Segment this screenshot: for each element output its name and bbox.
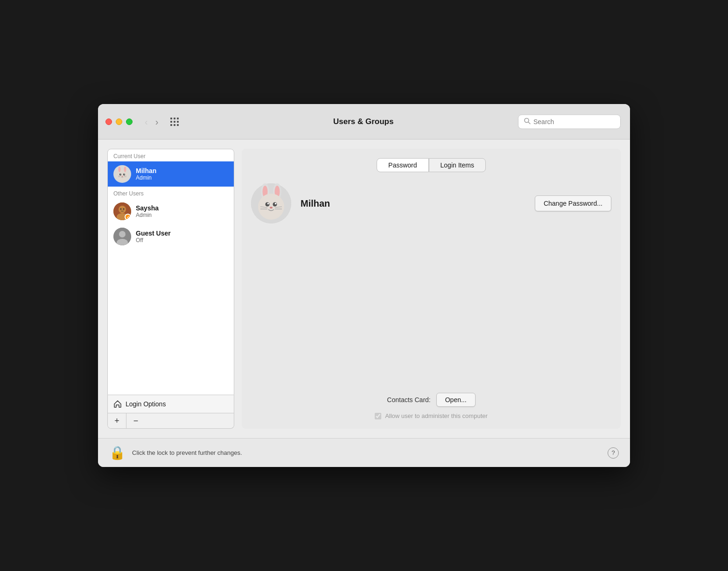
saysha-info: Saysha Admin	[136, 204, 159, 218]
tab-password[interactable]: Password	[377, 158, 428, 172]
lock-icon[interactable]: 🔒	[109, 445, 126, 460]
avatar-saysha: ✓	[113, 202, 131, 220]
tab-login-items[interactable]: Login Items	[429, 158, 486, 172]
contacts-row: Contacts Card: Open...	[251, 383, 611, 407]
svg-point-9	[120, 174, 121, 175]
sidebar: Current User	[107, 149, 234, 429]
forward-button[interactable]: ›	[153, 115, 161, 128]
login-options-label: Login Options	[126, 400, 166, 408]
title-bar: ‹ › Users & Groups	[98, 104, 630, 139]
help-button[interactable]: ?	[608, 447, 619, 459]
guest-role: Off	[136, 237, 171, 244]
svg-point-32	[267, 203, 269, 205]
svg-point-22	[119, 231, 126, 237]
search-box[interactable]	[518, 114, 621, 129]
saysha-admin-badge: ✓	[125, 214, 131, 220]
milhan-role: Admin	[136, 174, 156, 181]
allow-admin-row: Allow user to administer this computer	[251, 412, 611, 419]
sidebar-item-guest[interactable]: Guest User Off	[108, 224, 234, 249]
svg-point-20	[123, 209, 125, 210]
svg-point-34	[270, 207, 273, 209]
close-button[interactable]	[105, 118, 112, 125]
traffic-lights	[105, 118, 133, 125]
svg-point-17	[119, 206, 126, 213]
svg-point-7	[119, 174, 121, 175]
svg-point-8	[123, 174, 125, 175]
svg-line-1	[528, 122, 530, 124]
bottom-bar: 🔒 Click the lock to prevent further chan…	[98, 438, 630, 467]
remove-user-button[interactable]: −	[126, 413, 145, 428]
tab-bar: Password Login Items	[251, 158, 611, 172]
main-window: ‹ › Users & Groups	[98, 104, 630, 467]
svg-point-31	[273, 202, 277, 207]
svg-point-30	[266, 202, 270, 207]
main-content: Current User	[98, 139, 630, 438]
sidebar-bottom: Login Options + −	[107, 395, 234, 429]
sidebar-list: Current User	[107, 149, 234, 395]
allow-admin-label: Allow user to administer this computer	[385, 412, 488, 419]
svg-point-10	[124, 174, 125, 175]
open-contacts-button[interactable]: Open...	[436, 393, 476, 407]
avatar-guest	[113, 228, 131, 245]
search-input[interactable]	[533, 118, 615, 125]
toolbar-row: + −	[107, 413, 234, 429]
saysha-name: Saysha	[136, 204, 159, 212]
guest-info: Guest User Off	[136, 230, 171, 244]
sidebar-item-milhan[interactable]: Milhan Admin	[108, 161, 234, 187]
contacts-label: Contacts Card:	[387, 396, 430, 404]
svg-point-33	[275, 203, 277, 205]
lock-text: Click the lock to prevent further change…	[132, 449, 601, 456]
user-detail-header: Milhan Change Password...	[251, 183, 611, 223]
nav-buttons: ‹ ›	[142, 115, 161, 128]
svg-point-6	[124, 167, 126, 172]
allow-admin-checkbox[interactable]	[375, 413, 381, 419]
guest-name: Guest User	[136, 230, 171, 237]
minimize-button[interactable]	[116, 118, 122, 125]
current-user-label: Current User	[108, 149, 234, 161]
user-avatar-large	[251, 183, 291, 223]
back-button[interactable]: ‹	[142, 115, 151, 128]
milhan-name: Milhan	[136, 167, 156, 174]
svg-point-19	[120, 209, 122, 210]
svg-point-11	[122, 176, 123, 177]
detail-panel: Password Login Items	[242, 149, 621, 429]
saysha-role: Admin	[136, 212, 159, 218]
detail-spacer	[251, 233, 611, 383]
window-title: Users & Groups	[188, 117, 539, 126]
svg-point-5	[119, 167, 121, 172]
add-user-button[interactable]: +	[108, 413, 126, 428]
login-options-button[interactable]: Login Options	[107, 395, 234, 413]
user-name-large: Milhan	[301, 198, 525, 209]
search-icon	[524, 118, 531, 125]
change-password-button[interactable]: Change Password...	[535, 195, 611, 211]
grid-button[interactable]	[167, 115, 182, 129]
milhan-info: Milhan Admin	[136, 167, 156, 181]
home-icon	[113, 400, 122, 408]
maximize-button[interactable]	[126, 118, 133, 125]
sidebar-item-saysha[interactable]: ✓ Saysha Admin	[108, 199, 234, 224]
other-users-label: Other Users	[108, 187, 234, 199]
avatar-milhan	[113, 165, 131, 183]
grid-icon	[169, 117, 180, 127]
